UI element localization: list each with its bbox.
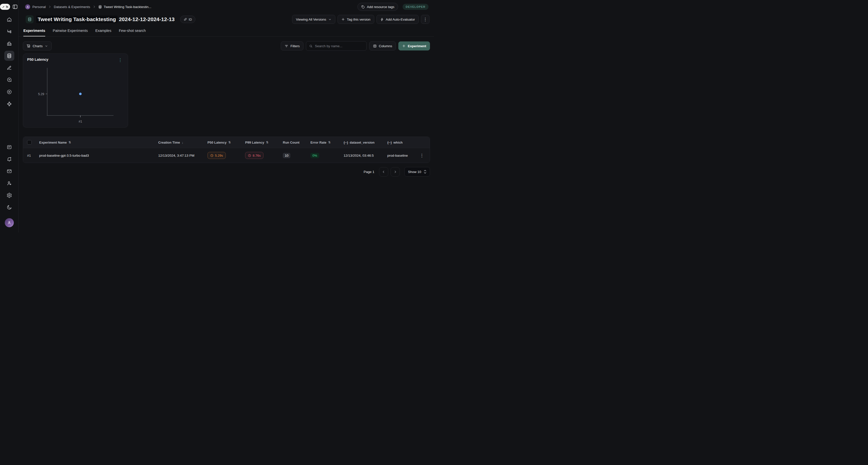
- column-header-error-rate[interactable]: Error Rate: [306, 141, 339, 144]
- breadcrumb-workspace[interactable]: Personal: [32, 5, 46, 9]
- run-count-badge: 10: [283, 153, 290, 158]
- column-header-which[interactable]: which: [383, 141, 418, 144]
- sidebar-item-datasets[interactable]: [4, 51, 14, 61]
- column-header-dataset-version[interactable]: dataset_version: [339, 141, 383, 144]
- scatter-point-experiment-1[interactable]: [79, 93, 82, 95]
- filters-button[interactable]: Filters: [281, 41, 303, 51]
- dataset-icon-tile: [26, 15, 34, 23]
- sidebar-item-monitoring[interactable]: [4, 39, 14, 49]
- column-header-p99-latency[interactable]: P99 Latency: [241, 141, 278, 144]
- experiments-toolbar: Charts Filters: [19, 37, 434, 51]
- tab-few-shot-search[interactable]: Few-shot search: [119, 29, 146, 36]
- p50-latency-scatter-plot: 5.29 #1: [25, 66, 126, 125]
- gear-icon: [6, 193, 12, 198]
- add-auto-evaluator-button[interactable]: Add Auto-Evaluator: [376, 15, 419, 24]
- lightning-icon: [380, 18, 384, 21]
- tab-bar: Experiments Pairwise Experiments Example…: [19, 25, 434, 37]
- column-header-p50-latency[interactable]: P50 Latency: [203, 141, 241, 144]
- p50-latency-chart-card: P50 Latency ⋮ 5.29 #1: [23, 54, 128, 128]
- sort-icon[interactable]: [68, 141, 71, 144]
- chevron-down-icon: [328, 18, 332, 21]
- chevron-right-icon: [48, 5, 52, 8]
- langsmith-logo[interactable]: [0, 4, 10, 10]
- chart-title: P50 Latency: [27, 58, 49, 62]
- sidebar-item-docs[interactable]: [4, 142, 14, 152]
- stepper-icon: [424, 170, 427, 174]
- filters-label: Filters: [290, 44, 300, 48]
- columns-button[interactable]: Columns: [369, 41, 396, 51]
- sidebar-nav: [4, 14, 14, 109]
- column-header-creation-time[interactable]: Creation Time: [154, 141, 203, 144]
- breadcrumb-section[interactable]: Datasets & Experiments: [54, 5, 90, 9]
- y-axis-tick-label: 5.29: [38, 92, 44, 96]
- new-experiment-label: Experiment: [408, 44, 426, 48]
- sidebar-item-tracing-projects[interactable]: [4, 27, 14, 37]
- chevron-right-icon: [92, 5, 96, 8]
- chart-icon: [27, 44, 31, 48]
- add-resource-tags-button[interactable]: Add resource tags: [358, 3, 398, 11]
- sidebar-item-prompts[interactable]: [4, 75, 14, 85]
- person-icon: [7, 220, 11, 225]
- sidebar-item-annotation-queues[interactable]: [4, 63, 14, 73]
- tab-examples[interactable]: Examples: [95, 29, 111, 36]
- breadcrumb: Personal Datasets & Experiments Tweet Wr…: [25, 4, 151, 9]
- page-size-label: Show 10: [408, 170, 421, 174]
- new-experiment-button[interactable]: Experiment: [398, 41, 430, 51]
- row-more-menu-button[interactable]: ⋮: [418, 152, 426, 159]
- bell-plus-icon: [6, 156, 12, 162]
- json-braces-icon: [344, 141, 348, 144]
- sort-icon[interactable]: [228, 141, 231, 144]
- add-auto-evaluator-label: Add Auto-Evaluator: [386, 18, 415, 21]
- sidebar-item-mail[interactable]: [4, 166, 14, 176]
- tag-this-version-button[interactable]: Tag this version: [338, 15, 374, 24]
- sidebar-item-invite-user[interactable]: [4, 178, 14, 188]
- user-avatar[interactable]: [5, 218, 14, 227]
- page-size-select[interactable]: Show 10: [404, 167, 430, 177]
- main-content: Personal Datasets & Experiments Tweet Wr…: [19, 0, 434, 232]
- search-input[interactable]: [315, 44, 364, 48]
- copy-id-button[interactable]: ID: [180, 16, 195, 23]
- search-box: [306, 41, 367, 51]
- plus-icon: [341, 18, 345, 21]
- sidebar-item-alerts[interactable]: [4, 154, 14, 164]
- select-all-checkbox[interactable]: [27, 140, 32, 145]
- sidebar-item-playground[interactable]: [4, 87, 14, 97]
- dataset-version-value: 12/13/2024, 03:46:5: [344, 154, 374, 157]
- dataset-name-editable[interactable]: Tweet Writing Task-backtesting: [36, 16, 118, 23]
- experiment-row-1[interactable]: #1 prod-baseline-gpt-3.5-turbo-bad3 12/1…: [23, 148, 430, 163]
- breadcrumb-current-label: Tweet Writing Task-backtestin...: [104, 5, 151, 9]
- add-resource-tags-label: Add resource tags: [367, 5, 395, 9]
- dataset-more-menu-button[interactable]: ⋮: [421, 15, 430, 24]
- app-root: Personal Datasets & Experiments Tweet Wr…: [0, 0, 434, 232]
- docs-icon: [6, 144, 12, 150]
- tab-experiments[interactable]: Experiments: [23, 29, 45, 36]
- table-header-row: Experiment Name Creation Time P50 Latenc…: [23, 137, 430, 148]
- tab-pairwise-experiments[interactable]: Pairwise Experiments: [53, 29, 88, 36]
- charts-label: Charts: [33, 44, 43, 48]
- kebab-icon: ⋮: [423, 17, 428, 22]
- column-header-experiment-name[interactable]: Experiment Name: [37, 141, 154, 144]
- charts-dropdown-button[interactable]: Charts: [23, 41, 52, 51]
- playground-icon: [6, 89, 12, 95]
- viewing-versions-dropdown[interactable]: Viewing All Versions: [292, 15, 335, 24]
- user-plus-icon: [6, 181, 12, 186]
- sort-icon[interactable]: [266, 141, 269, 144]
- sidebar-item-deployments[interactable]: [4, 99, 14, 109]
- column-header-run-count[interactable]: Run Count: [278, 141, 306, 144]
- sidebar-item-home[interactable]: [4, 14, 14, 25]
- experiment-name-link[interactable]: prod-baseline-gpt-3.5-turbo-bad3: [39, 154, 89, 157]
- previous-page-button[interactable]: [379, 167, 388, 177]
- prompts-icon: [6, 77, 12, 83]
- clock-icon: [210, 154, 214, 157]
- sort-icon[interactable]: [328, 141, 331, 144]
- chart-menu-button[interactable]: ⋮: [117, 58, 124, 63]
- workspace-avatar[interactable]: [25, 4, 30, 9]
- sidebar-item-theme-toggle[interactable]: [4, 203, 14, 212]
- sidebar: [0, 0, 19, 232]
- sort-desc-icon[interactable]: [182, 141, 183, 144]
- next-page-button[interactable]: [391, 167, 400, 177]
- sidebar-item-settings[interactable]: [4, 190, 14, 200]
- collapse-sidebar-icon[interactable]: [12, 3, 18, 10]
- dataset-icon: [27, 17, 32, 22]
- breadcrumb-current[interactable]: Tweet Writing Task-backtestin...: [98, 5, 151, 9]
